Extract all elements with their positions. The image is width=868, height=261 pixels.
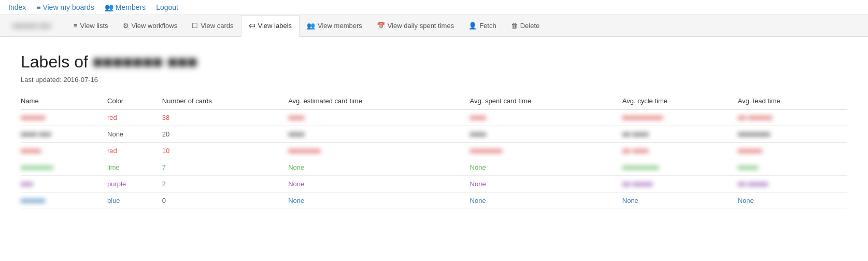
cell-avg-spent: ■■■■■■■■ [470, 143, 622, 159]
cell-color: red [107, 143, 162, 159]
labels-table: Name Color Number of cards Avg. estimate… [21, 94, 847, 209]
sub-nav-view-members[interactable]: 👥 View members [300, 16, 369, 36]
cell-avg-spent: None [470, 176, 622, 193]
top-nav-view-my-boards[interactable]: ≡ View my boards [36, 3, 94, 11]
table-row: ■■■■■■red38■■■■■■■■■■■■■■■■■■■■ ■■■■■■ [21, 109, 847, 126]
page-title: Labels of ■■■■■■■ ■■■ [21, 52, 847, 72]
board-brand: ■■■■■■ ■■■ [4, 16, 66, 36]
top-nav-index[interactable]: Index [8, 3, 26, 11]
workflow-icon: ⚙ [123, 22, 129, 30]
cell-num-cards: 7 [162, 159, 288, 176]
cell-name: ■■■■■ [21, 143, 107, 159]
cell-name: ■■■■ ■■■ [21, 126, 107, 143]
sub-nav-delete[interactable]: 🗑 Delete [504, 16, 547, 36]
cell-avg-cycle: ■■■■■■■■■■ [622, 109, 738, 126]
top-nav: Index ≡ View my boards 👥 Members Logout [0, 0, 868, 15]
cell-color: None [107, 126, 162, 143]
fetch-icon: 👤 [468, 22, 477, 30]
sub-nav-view-workflows[interactable]: ⚙ View workflows [116, 16, 185, 36]
table-row: ■■■■■■blue0NoneNoneNoneNone [21, 193, 847, 209]
cell-avg-lead: ■■■■■■ [738, 143, 847, 159]
table-row: ■■■purple2NoneNone■■ ■■■■■■■ ■■■■■ [21, 176, 847, 193]
col-avg-cycle: Avg. cycle time [622, 94, 738, 109]
col-avg-spent: Avg. spent card time [470, 94, 622, 109]
cell-avg-estimated: None [288, 193, 469, 209]
cell-num-cards: 38 [162, 109, 288, 126]
cell-num-cards: 2 [162, 176, 288, 193]
last-updated: Last updated: 2016-07-16 [21, 76, 847, 84]
table-header-row: Name Color Number of cards Avg. estimate… [21, 94, 847, 109]
cell-name: ■■■ [21, 176, 107, 193]
main-content: Labels of ■■■■■■■ ■■■ Last updated: 2016… [0, 37, 868, 225]
calendar-icon: 📅 [377, 22, 385, 30]
cell-avg-cycle: ■■ ■■■■ [622, 126, 738, 143]
cell-name: ■■■■■■ [21, 193, 107, 209]
cell-avg-spent: None [470, 193, 622, 209]
cell-name: ■■■■■■ [21, 109, 107, 126]
top-nav-logout[interactable]: Logout [156, 3, 178, 11]
cell-avg-estimated: ■■■■ [288, 109, 469, 126]
cell-avg-lead: ■■■■■ [738, 159, 847, 176]
sub-nav-fetch[interactable]: 👤 Fetch [461, 16, 504, 36]
cell-num-cards: 20 [162, 126, 288, 143]
cell-avg-spent: ■■■■ [470, 126, 622, 143]
cards-icon: ☐ [192, 22, 198, 30]
cell-color: lime [107, 159, 162, 176]
cell-num-cards: 10 [162, 143, 288, 159]
cell-name: ■■■■■■■■ [21, 159, 107, 176]
table-row: ■■■■■■■■lime7NoneNone■■■■■■■■■■■■■■ [21, 159, 847, 176]
cell-avg-spent: None [470, 159, 622, 176]
sub-nav-view-cards[interactable]: ☐ View cards [184, 16, 240, 36]
col-name: Name [21, 94, 107, 109]
cell-avg-estimated: ■■■■ [288, 126, 469, 143]
cell-avg-lead: None [738, 193, 847, 209]
cell-avg-cycle: ■■ ■■■■■ [622, 176, 738, 193]
tag-icon: 🏷 [249, 22, 255, 30]
sub-nav: ■■■■■■ ■■■ ≡ View lists ⚙ View workflows… [0, 15, 868, 37]
col-num-cards: Number of cards [162, 94, 288, 109]
cell-avg-cycle: None [622, 193, 738, 209]
cell-avg-cycle: ■■ ■■■■ [622, 143, 738, 159]
table-row: ■■■■■red10■■■■■■■■■■■■■■■■■■ ■■■■■■■■■■ [21, 143, 847, 159]
members-icon: 👥 [105, 3, 113, 11]
cell-avg-lead: ■■ ■■■■■ [738, 176, 847, 193]
board-icon: ≡ [36, 3, 40, 11]
cell-avg-lead: ■■■■■■■■ [738, 126, 847, 143]
cell-num-cards: 0 [162, 193, 288, 209]
cell-color: purple [107, 176, 162, 193]
table-row: ■■■■ ■■■None20■■■■■■■■■■ ■■■■■■■■■■■■ [21, 126, 847, 143]
cell-avg-estimated: None [288, 159, 469, 176]
cell-avg-cycle: ■■■■■■■■■ [622, 159, 738, 176]
col-avg-estimated: Avg. estimated card time [288, 94, 469, 109]
board-name-blurred: ■■■■■■■ ■■■ [93, 52, 197, 72]
cell-color: blue [107, 193, 162, 209]
members-nav-icon: 👥 [307, 22, 315, 30]
col-color: Color [107, 94, 162, 109]
top-nav-members[interactable]: 👥 Members [105, 3, 146, 11]
cell-avg-spent: ■■■■ [470, 109, 622, 126]
col-avg-lead: Avg. lead time [738, 94, 847, 109]
list-icon: ≡ [74, 22, 78, 30]
cell-avg-lead: ■■ ■■■■■■ [738, 109, 847, 126]
sub-nav-view-lists[interactable]: ≡ View lists [66, 16, 116, 36]
cell-avg-estimated: ■■■■■■■■ [288, 143, 469, 159]
trash-icon: 🗑 [511, 22, 518, 30]
sub-nav-view-labels[interactable]: 🏷 View labels [241, 15, 300, 37]
cell-avg-estimated: None [288, 176, 469, 193]
cell-color: red [107, 109, 162, 126]
sub-nav-view-daily-spent-times[interactable]: 📅 View daily spent times [369, 16, 461, 36]
